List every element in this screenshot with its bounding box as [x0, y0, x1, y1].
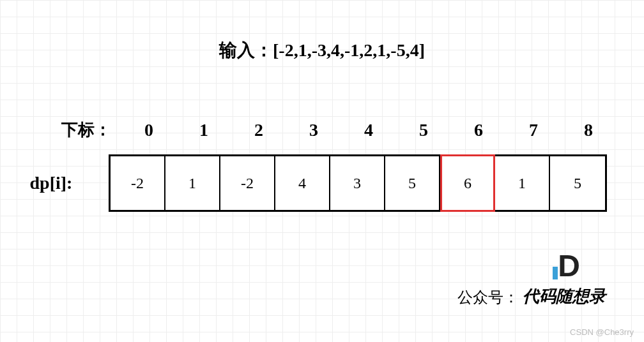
- dp-label: dp[i]:: [0, 173, 102, 193]
- dp-cell: 5: [385, 156, 440, 210]
- dp-cell: 3: [330, 156, 385, 210]
- dp-row: dp[i]: -2 1 -2 4 3 5 6 1 5: [0, 154, 644, 212]
- index-cells: 0 1 2 3 4 5 6 7 8: [121, 120, 616, 140]
- footer-label: 公众号：: [457, 287, 519, 308]
- index-cell: 8: [561, 120, 616, 140]
- dp-cell: -2: [111, 156, 165, 210]
- index-cell: 6: [451, 120, 506, 140]
- input-row: 输入：[-2,1,-3,4,-1,2,1,-5,4]: [0, 38, 644, 63]
- index-cell: 5: [396, 120, 451, 140]
- footer-account: 代码随想录: [523, 285, 606, 308]
- input-array: [-2,1,-3,4,-1,2,1,-5,4]: [273, 40, 425, 60]
- dp-cell: 1: [165, 156, 220, 210]
- diagram-content: 输入：[-2,1,-3,4,-1,2,1,-5,4] 下标： 0 1 2 3 4…: [0, 0, 644, 342]
- index-cell: 7: [506, 120, 561, 140]
- watermark: CSDN @Che3rry: [570, 327, 634, 337]
- dp-cell: 4: [275, 156, 330, 210]
- dp-cell-highlight: 6: [440, 154, 495, 212]
- index-row: 下标： 0 1 2 3 4 5 6 7 8: [0, 119, 644, 141]
- index-cell: 2: [231, 120, 286, 140]
- logo-letter: D: [558, 248, 580, 283]
- index-cell: 1: [176, 120, 231, 140]
- index-cell: 0: [121, 120, 176, 140]
- dp-table: -2 1 -2 4 3 5 6 1 5: [109, 154, 607, 212]
- dp-cell: 5: [550, 156, 605, 210]
- footer: 公众号： 代码随想录: [457, 285, 606, 308]
- dp-cell: -2: [220, 156, 275, 210]
- index-cell: 4: [341, 120, 396, 140]
- dp-cell: 1: [495, 156, 550, 210]
- input-label: 输入：: [219, 40, 273, 60]
- index-cell: 3: [286, 120, 341, 140]
- index-label: 下标：: [0, 119, 121, 141]
